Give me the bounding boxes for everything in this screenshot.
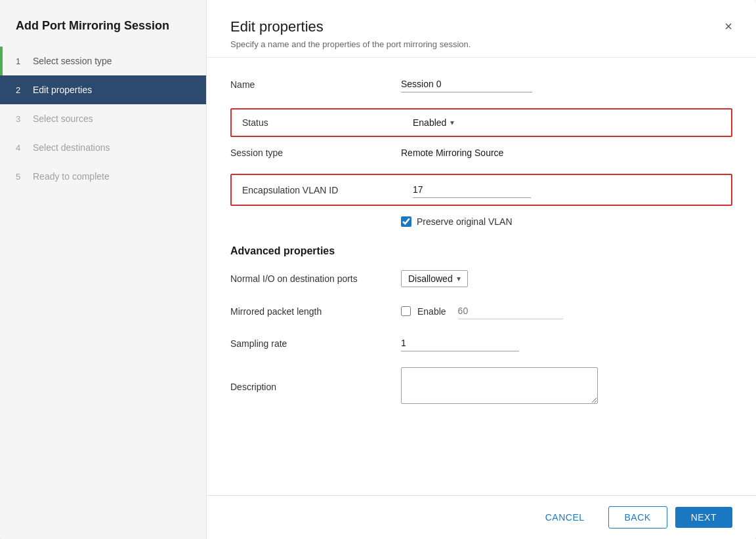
preserve-vlan-label[interactable]: Preserve original VLAN xyxy=(417,216,513,227)
session-type-label: Session type xyxy=(230,148,401,158)
normal-io-value: Disallowed xyxy=(408,273,453,284)
name-value-container xyxy=(401,76,732,92)
name-label: Name xyxy=(230,79,401,90)
step-5-label: Ready to complete xyxy=(33,171,110,182)
modal-container: Add Port Mirroring Session 1 Select sess… xyxy=(0,0,756,539)
status-select-container: Enabled ▾ xyxy=(413,116,458,129)
normal-io-value-container: Disallowed ▾ xyxy=(401,270,732,287)
status-row: Status Enabled ▾ xyxy=(230,108,732,137)
name-row: Name xyxy=(230,76,732,92)
step-3-num: 3 xyxy=(16,114,26,124)
main-header: Edit properties Specify a name and the p… xyxy=(207,0,756,58)
step-4-label: Select destinations xyxy=(33,142,110,153)
sidebar-item-select-session-type[interactable]: 1 Select session type xyxy=(0,47,206,75)
vlan-row: Encapsulation VLAN ID xyxy=(230,174,732,206)
mirrored-length-value-container: Enable xyxy=(401,303,732,319)
cancel-button[interactable]: CANCEL xyxy=(530,507,600,528)
step-5-num: 5 xyxy=(16,172,26,182)
mirrored-length-input[interactable] xyxy=(458,303,563,319)
mirrored-enable-label: Enable xyxy=(417,306,446,317)
sidebar-item-select-sources[interactable]: 3 Select sources xyxy=(0,104,206,133)
status-label: Status xyxy=(242,117,413,128)
advanced-title: Advanced properties xyxy=(230,245,732,257)
step-2-num: 2 xyxy=(16,85,26,95)
normal-io-dropdown[interactable]: Disallowed ▾ xyxy=(401,270,468,287)
session-type-value: Remote Mirroring Source xyxy=(401,148,503,158)
close-button[interactable]: × xyxy=(724,20,732,33)
advanced-properties-section: Advanced properties Normal I/O on destin… xyxy=(230,245,732,406)
description-value-container xyxy=(401,367,732,406)
normal-io-chevron-down-icon: ▾ xyxy=(457,274,461,283)
next-button[interactable]: NEXT xyxy=(675,507,732,528)
description-row: Description xyxy=(230,367,732,406)
page-title: Edit properties xyxy=(230,18,471,35)
sampling-rate-row: Sampling rate xyxy=(230,335,732,351)
sampling-rate-value-container xyxy=(401,335,732,351)
preserve-vlan-row: Preserve original VLAN xyxy=(401,216,732,227)
description-label: Description xyxy=(230,382,401,392)
step-1-label: Select session type xyxy=(33,56,112,66)
sidebar-item-edit-properties[interactable]: 2 Edit properties xyxy=(0,75,206,104)
sidebar-steps: 1 Select session type 2 Edit properties … xyxy=(0,47,206,191)
status-chevron-down-icon: ▾ xyxy=(450,118,454,127)
preserve-vlan-checkbox[interactable] xyxy=(401,216,411,227)
sampling-rate-label: Sampling rate xyxy=(230,338,401,349)
main-content: Edit properties Specify a name and the p… xyxy=(207,0,756,539)
normal-io-label: Normal I/O on destination ports xyxy=(230,273,401,284)
sidebar-title: Add Port Mirroring Session xyxy=(0,0,206,47)
description-textarea[interactable] xyxy=(401,367,598,404)
modal-footer: CANCEL BACK NEXT xyxy=(207,495,756,539)
session-type-value-container: Remote Mirroring Source xyxy=(401,148,732,158)
sampling-rate-input[interactable] xyxy=(401,335,519,351)
step-3-label: Select sources xyxy=(33,113,93,124)
page-subtitle: Specify a name and the properties of the… xyxy=(230,39,471,49)
mirrored-length-row: Mirrored packet length Enable xyxy=(230,303,732,319)
form-body: Name Status Enabled ▾ Session type xyxy=(207,58,756,495)
normal-io-row: Normal I/O on destination ports Disallow… xyxy=(230,270,732,287)
mirrored-length-checkbox[interactable] xyxy=(401,306,411,316)
mirrored-length-label: Mirrored packet length xyxy=(230,306,401,317)
header-left: Edit properties Specify a name and the p… xyxy=(230,18,471,49)
session-type-row: Session type Remote Mirroring Source xyxy=(230,148,732,158)
sidebar-item-select-destinations[interactable]: 4 Select destinations xyxy=(0,133,206,162)
vlan-input[interactable] xyxy=(413,182,531,198)
vlan-label: Encapsulation VLAN ID xyxy=(242,185,413,195)
vlan-input-container xyxy=(413,182,531,198)
status-dropdown[interactable]: Enabled ▾ xyxy=(413,116,458,129)
sidebar-item-ready-to-complete[interactable]: 5 Ready to complete xyxy=(0,162,206,191)
name-input[interactable] xyxy=(401,76,532,92)
back-button[interactable]: BACK xyxy=(608,506,667,529)
step-1-num: 1 xyxy=(16,56,26,66)
step-2-label: Edit properties xyxy=(33,85,92,95)
step-4-num: 4 xyxy=(16,143,26,153)
sidebar: Add Port Mirroring Session 1 Select sess… xyxy=(0,0,207,539)
status-value: Enabled xyxy=(413,117,446,128)
